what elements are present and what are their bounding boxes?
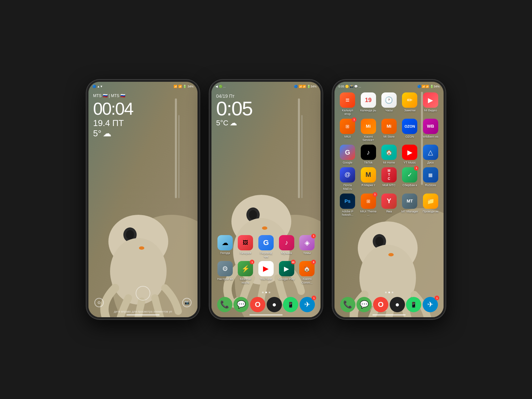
dock-phone[interactable]: 📞 — [217, 297, 232, 312]
app3-tiktok[interactable]: ♪ TikTok — [359, 145, 378, 165]
moymts-label: Мой МТС — [382, 184, 396, 187]
phone3-dot2 — [388, 292, 390, 293]
svg-point-17 — [262, 226, 267, 230]
app3-ozon[interactable]: OZON OZON — [400, 119, 419, 142]
dot2 — [265, 292, 267, 293]
phone3-status-left: 0:05 🟡 📸 💬 ... — [338, 85, 361, 88]
app3-wildberries[interactable]: WB Wildberri es — [421, 119, 440, 142]
phone1-camera-btn[interactable]: 📷 — [182, 298, 192, 307]
app3-ytmusic[interactable]: ▶ YT Music — [400, 145, 419, 165]
phone3-dock-camera[interactable]: ● — [390, 297, 405, 312]
mivideo-label: Mi Видео — [424, 109, 437, 112]
temy-badge: 1 — [311, 234, 316, 238]
yamarket-icon: M — [361, 167, 376, 183]
google-label: Google — [343, 161, 352, 165]
app3-mistore[interactable]: Mi Mi Store — [380, 119, 398, 142]
app-nastrojki[interactable]: ⚙ Настрой ки — [216, 261, 234, 285]
app-bezopas[interactable]: ⚡ 1 Безопас ность — [236, 261, 255, 285]
app3-miui[interactable]: ⊞ 1 MIUI — [338, 119, 357, 142]
phone1-time: 00:04 — [93, 100, 133, 117]
provodnik-icon: 📁 — [423, 194, 438, 209]
phone2-dock: 📞 💬 O ● 📱 ✈ 1 — [211, 297, 321, 312]
xiaomicomm-badge: 9 — [311, 260, 316, 264]
dot1 — [262, 292, 264, 293]
mihome-icon: 🏠 — [381, 145, 397, 160]
app-temy[interactable]: ◈ 1 Темы — [298, 235, 316, 259]
miuitheme-icon: ⊞ 1 — [361, 194, 376, 209]
app-muzyka[interactable]: ♪ Музыка — [277, 235, 296, 259]
phone3-dock-messages[interactable]: 💬 — [356, 297, 372, 312]
xiaomiservice-label: Xiaomi Service+ — [360, 135, 377, 142]
phone3-home-bar — [372, 314, 406, 316]
app3-google[interactable]: G Google — [338, 145, 357, 165]
phone1-carrier: MTS 🇷🇺 | MTS 🇷🇺 — [93, 93, 133, 98]
dock-whatsapp[interactable]: 📱 — [283, 297, 298, 312]
svg-point-8 — [139, 246, 144, 250]
phone1-lock-btn[interactable]: ⊙ — [94, 298, 104, 307]
phone2-statusbar: ◀ 🟢 ... 🔵 📶📶 🔋34% — [211, 82, 321, 91]
app3-moymts[interactable]: МТС Мой МТС — [380, 167, 398, 191]
phone3-page-dots — [334, 292, 444, 293]
app3-mtmanager[interactable]: MT MT Manager — [400, 194, 419, 217]
phone3-dock-whatsapp[interactable]: 📱 — [406, 297, 421, 312]
app3-notes[interactable]: ✏ Заметки — [400, 92, 419, 116]
ozon-icon: OZON — [402, 119, 417, 134]
svg-rect-10 — [298, 98, 300, 198]
app-googleplay[interactable]: ▶ 43 Google Play — [277, 261, 296, 285]
dock-camera[interactable]: ● — [267, 297, 282, 312]
provodnik-label: Проводн ик — [423, 210, 439, 213]
ytmusic-label: YT Music — [404, 161, 416, 165]
app3-calendar[interactable]: 19 Календа рь — [359, 92, 378, 116]
youtube-label: YouTube — [260, 277, 272, 281]
phone1-statusbar: 🔵 ▲▼ 📶 📶 🔋 34% — [88, 82, 198, 91]
phone3-dock-phone[interactable]: 📞 — [340, 297, 355, 312]
app3-pochta[interactable]: @ Почта Mail.ru — [338, 167, 357, 191]
app3-mivideo[interactable]: ▶ Mi Видео — [421, 92, 440, 116]
app3-disk[interactable]: △ Диск — [421, 145, 440, 165]
phone2-weather: 5°C ☁ — [216, 119, 252, 127]
app3-clock[interactable]: 🕐 Часы — [380, 92, 398, 116]
calendar-label: Календа рь — [360, 109, 376, 112]
phone1-home-circle[interactable] — [136, 286, 150, 301]
yama-label: Яма — [386, 210, 392, 213]
app3-xiaomiservice[interactable]: Mi Xiaomi Service+ — [359, 119, 378, 142]
miuitheme-badge: 1 — [373, 192, 377, 197]
miui-icon: ⊞ 1 — [340, 119, 355, 134]
phone3-dot3 — [392, 292, 393, 293]
app3-provodnik[interactable]: 📁 Проводн ик — [421, 194, 440, 217]
youtube-icon: ▶ — [258, 261, 274, 276]
dock-messages[interactable]: 💬 — [233, 297, 249, 312]
xiaomicomm-label: Xiaomi Comm... — [298, 277, 316, 285]
svg-point-23 — [375, 237, 383, 246]
dock-opera[interactable]: O — [250, 297, 265, 312]
app3-calculator[interactable]: = Калькул ятор — [338, 92, 357, 116]
phone3-row4: @ Почта Mail.ru M Я.Марке т МТС Мой МТС … — [337, 167, 441, 191]
dock-telegram[interactable]: ✈ 1 — [300, 297, 315, 312]
app3-miuitheme[interactable]: ⊞ 1 MIUI Theme ... — [359, 194, 378, 217]
app3-mihome[interactable]: 🏠 Mi Home — [380, 145, 398, 165]
app-pogoda[interactable]: ☁ Погода — [216, 235, 234, 259]
app3-yama[interactable]: Y Яма — [380, 194, 398, 217]
phone3-dock-telegram[interactable]: ✈ 1 — [423, 297, 438, 312]
phone1-date: 19.4 ПТ — [93, 118, 133, 128]
app3-rustore[interactable]: ▦ RuStore — [421, 167, 440, 191]
phone3: 0:05 🟡 📸 💬 ... 🔵 📶📶 🔋34% = Калькул ятор … — [332, 80, 446, 319]
app3-sber[interactable]: ✓ 1 СберБан к — [400, 167, 419, 191]
app-galereya[interactable]: 🖼 Галерея — [236, 235, 255, 259]
bezopas-badge: 1 — [250, 260, 254, 264]
app-xiaomicomm[interactable]: 🏠 9 Xiaomi Comm... — [298, 261, 316, 285]
phone3-telegram-badge: 1 — [435, 296, 439, 300]
miuitheme-label: MIUI Theme ... — [360, 210, 377, 217]
muzyka-icon: ♪ — [279, 235, 294, 250]
app3-yamarket[interactable]: M Я.Марке т — [359, 167, 378, 191]
app3-photoshop[interactable]: Ps Adobe P hotosh... — [338, 194, 357, 217]
app-youtube[interactable]: ▶ YouTube — [257, 261, 275, 285]
phone2-page-dots — [211, 292, 321, 293]
phone3-dock-opera[interactable]: O — [373, 297, 388, 312]
app-perevod[interactable]: G Перевод чик — [257, 235, 275, 259]
phone1-home-ring[interactable] — [136, 286, 150, 301]
tiktok-label: TikTok — [364, 161, 373, 165]
phone2-time-area: 04/19 Пт 0:05 5°C ☁ — [216, 93, 252, 127]
phone1-status-left: 🔵 ▲▼ — [92, 85, 103, 88]
phone1-home-bar — [126, 314, 160, 316]
